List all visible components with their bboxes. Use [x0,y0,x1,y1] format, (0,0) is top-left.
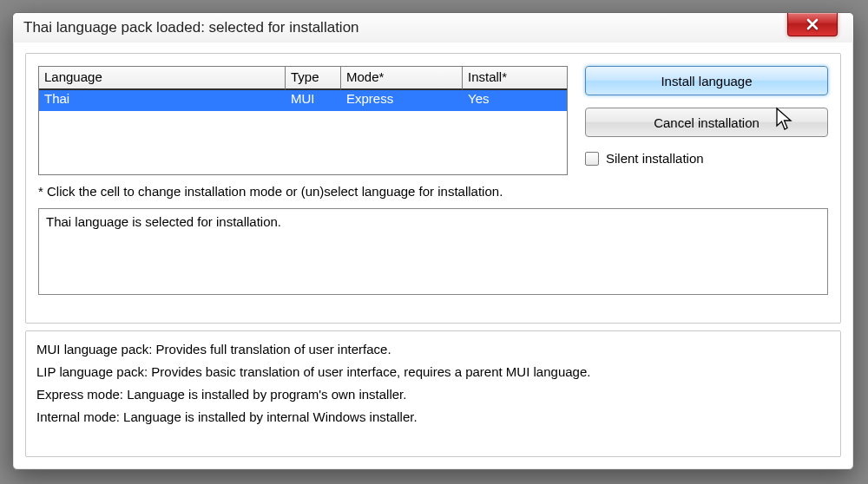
cancel-installation-button[interactable]: Cancel installation [585,108,828,137]
install-language-button[interactable]: Install language [585,66,828,95]
table-header-row: Language Type Mode* Install* [39,67,567,90]
dialog-window: Thai language pack loaded: selected for … [12,12,854,470]
col-type[interactable]: Type [286,67,341,90]
status-box: Thai language is selected for installati… [38,208,828,295]
col-install[interactable]: Install* [463,67,567,90]
col-mode[interactable]: Mode* [341,67,463,90]
status-text: Thai language is selected for installati… [46,214,281,229]
side-controls: Install language Cancel installation Sil… [585,66,828,166]
close-icon [806,18,819,30]
cell-type[interactable]: MUI [286,90,341,111]
col-language[interactable]: Language [39,67,286,90]
group-info: MUI language pack: Provides full transla… [25,330,841,457]
cell-install[interactable]: Yes [463,90,567,111]
window-title: Thai language pack loaded: selected for … [23,19,359,36]
table-row[interactable]: Thai MUI Express Yes [39,90,567,111]
silent-installation-checkbox[interactable] [585,152,599,166]
title-bar: Thai language pack loaded: selected for … [13,13,853,43]
cell-mode[interactable]: Express [341,90,463,111]
info-express: Express mode: Language is installed by p… [36,383,830,406]
hint-text: * Click the cell to change installation … [38,184,828,199]
info-mui: MUI language pack: Provides full transla… [36,338,830,361]
cell-language[interactable]: Thai [39,90,286,111]
close-button[interactable] [787,13,838,36]
info-internal: Internal mode: Language is installed by … [36,406,830,428]
info-lip: LIP language pack: Provides basic transl… [36,361,830,383]
language-table: Language Type Mode* Install* Thai MUI Ex… [38,66,568,175]
group-installation: Language Type Mode* Install* Thai MUI Ex… [25,53,841,324]
silent-installation-row: Silent installation [585,151,828,166]
client-area: Language Type Mode* Install* Thai MUI Ex… [25,53,841,457]
silent-installation-label: Silent installation [606,151,704,166]
